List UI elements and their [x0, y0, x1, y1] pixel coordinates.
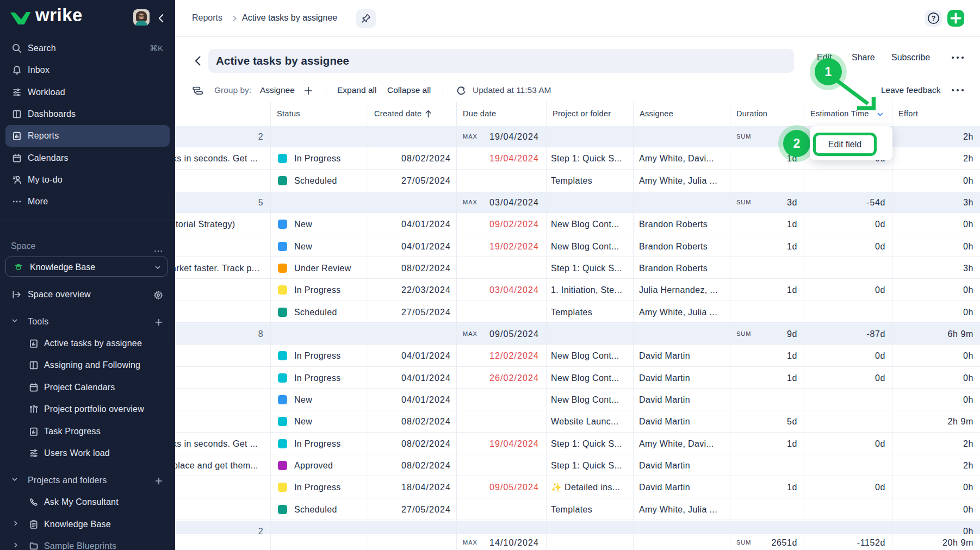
svg-text:?: ?	[932, 15, 936, 22]
